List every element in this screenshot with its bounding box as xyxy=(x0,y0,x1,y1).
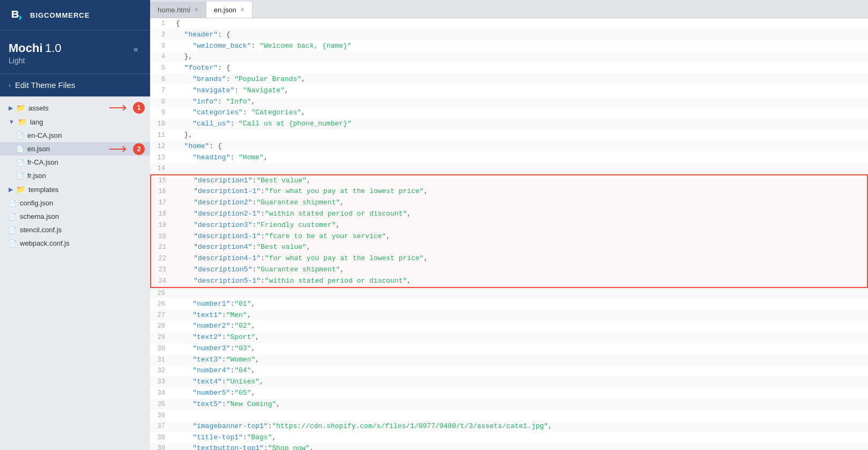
line-number-1: 1 xyxy=(150,18,172,29)
line-number-22: 22 xyxy=(151,253,173,264)
line-number-34: 34 xyxy=(150,388,172,399)
tree-item-schema-json[interactable]: 📄 schema.json xyxy=(0,210,150,223)
line-content-9: "categories": "Categories", xyxy=(172,107,868,119)
line-number-4: 4 xyxy=(150,51,172,62)
code-line-13: 13 "heading": "Home", xyxy=(150,152,868,164)
tab-en-json[interactable]: en.json × xyxy=(206,2,253,18)
line-number-23: 23 xyxy=(151,264,173,275)
line-content-35: "text5":"New Coming", xyxy=(172,399,868,410)
line-content-29: "text2":"Sport", xyxy=(172,332,868,343)
tree-item-lang[interactable]: ▼ 📁 lang xyxy=(0,115,150,129)
tree-item-config-json[interactable]: 📄 config.json xyxy=(0,196,150,210)
code-line-4: 4 }, xyxy=(150,51,868,63)
line-content-6: "brands": "Popular Brands", xyxy=(172,74,868,85)
line-number-18: 18 xyxy=(151,209,173,219)
annotation-badge-1: 1 xyxy=(133,102,145,114)
line-content-19: "description3":"Friendly customer", xyxy=(173,220,867,231)
expand-icon: ▶ xyxy=(9,105,13,112)
file-icon-schema: 📄 xyxy=(9,213,17,220)
line-content-39: "textbutton-top1":"Shop now", xyxy=(172,443,868,450)
code-line-39: 39 "textbutton-top1":"Shop now", xyxy=(150,443,868,450)
line-content-11: }, xyxy=(172,130,868,141)
theme-info-section: Mochi 1.0 Light « xyxy=(0,31,150,74)
line-number-38: 38 xyxy=(150,432,172,443)
file-icon-config: 📄 xyxy=(9,200,17,207)
tab-close-home-html[interactable]: × xyxy=(195,6,198,13)
bigcommerce-logo-icon xyxy=(8,5,27,25)
code-editor[interactable]: 1{2 "header": {3 "welcome_back": "Welcom… xyxy=(150,18,868,450)
code-line-17: 17 "description2":"Guarantee shipment", xyxy=(151,197,867,209)
tab-label-home-html: home.html xyxy=(158,6,190,14)
tab-bar: home.html × en.json × xyxy=(150,0,868,18)
line-number-25: 25 xyxy=(150,288,172,299)
tree-item-stencil-conf[interactable]: 📄 stencil.conf.js xyxy=(0,223,150,237)
line-content-26: "number1":"01", xyxy=(172,299,868,310)
code-line-19: 19 "description3":"Friendly customer", xyxy=(151,220,867,231)
line-number-3: 3 xyxy=(150,41,172,51)
line-content-30: "number3":"03", xyxy=(172,343,868,355)
code-line-34: 34 "number5":"05", xyxy=(150,388,868,399)
line-content-38: "title-top1":"Bags", xyxy=(172,432,868,444)
tree-item-en-ca-json[interactable]: 📄 en-CA.json xyxy=(0,129,150,142)
bigcommerce-logo: BIGCOMMERCE xyxy=(8,5,90,25)
code-line-5: 5 "footer": { xyxy=(150,63,868,74)
annotation-arrow-2 xyxy=(109,144,131,154)
line-number-37: 37 xyxy=(150,421,172,432)
tree-item-templates[interactable]: ▶ 📁 templates xyxy=(0,182,150,196)
line-number-6: 6 xyxy=(150,74,172,85)
line-content-12: "home": { xyxy=(172,141,868,152)
line-content-20: "description3-1":"fcare to be at your se… xyxy=(173,231,867,242)
edit-theme-files-nav[interactable]: ‹ Edit Theme Files xyxy=(0,74,150,97)
code-line-33: 33 "text4":"Unisex", xyxy=(150,377,868,388)
line-number-29: 29 xyxy=(150,332,172,343)
code-line-21: 21 "description4":"Best value", xyxy=(151,242,867,253)
line-content-13: "heading": "Home", xyxy=(172,152,868,164)
code-line-35: 35 "text5":"New Coming", xyxy=(150,399,868,410)
line-number-10: 10 xyxy=(150,119,172,129)
tree-item-label-webpack: webpack.conf.js xyxy=(20,239,142,247)
file-icon-fr: 📄 xyxy=(16,172,24,180)
line-number-32: 32 xyxy=(150,365,172,376)
line-content-17: "description2":"Guarantee shipment", xyxy=(173,197,867,209)
annotation-arrow-1 xyxy=(109,102,131,113)
tree-item-label-config: config.json xyxy=(20,199,142,207)
tree-item-label-en-ca: en-CA.json xyxy=(27,131,142,139)
tab-home-html[interactable]: home.html × xyxy=(150,2,206,18)
tree-item-fr-ca-json[interactable]: 📄 fr-CA.json xyxy=(0,156,150,169)
line-number-26: 26 xyxy=(150,299,172,309)
line-content-15: "description1":"Best value", xyxy=(173,175,867,187)
line-number-36: 36 xyxy=(150,410,172,421)
line-content-24: "description5-1":"within stated period o… xyxy=(173,276,867,287)
edit-theme-label: Edit Theme Files xyxy=(15,80,75,90)
code-line-30: 30 "number3":"03", xyxy=(150,343,868,355)
folder-icon-templates: 📁 xyxy=(16,185,25,194)
line-number-7: 7 xyxy=(150,85,172,96)
line-number-9: 9 xyxy=(150,107,172,118)
collapse-sidebar-button[interactable]: « xyxy=(130,43,142,55)
tab-label-en-json: en.json xyxy=(214,6,236,14)
code-line-16: 16 "description1-1":"for what you pay at… xyxy=(151,186,867,197)
line-content-1: { xyxy=(172,18,868,29)
tree-item-assets[interactable]: ▶ 📁 assets 1 xyxy=(0,101,150,115)
code-line-2: 2 "header": { xyxy=(150,29,868,41)
code-line-31: 31 "text3":"Women", xyxy=(150,355,868,366)
tree-item-webpack-conf[interactable]: 📄 webpack.conf.js xyxy=(0,237,150,250)
line-content-18: "description2-1":"within stated period o… xyxy=(173,209,867,220)
tree-item-fr-json[interactable]: 📄 fr.json xyxy=(0,169,150,182)
file-icon-stencil: 📄 xyxy=(9,226,17,234)
code-line-14: 14 xyxy=(150,163,868,174)
line-content-33: "text4":"Unisex", xyxy=(172,377,868,388)
line-content-8: "info": "Info", xyxy=(172,97,868,108)
line-number-39: 39 xyxy=(150,443,172,450)
tree-item-label-fr-ca: fr-CA.json xyxy=(27,158,142,166)
line-content-32: "number4":"04", xyxy=(172,365,868,377)
code-line-27: 27 "text1":"Men", xyxy=(150,310,868,321)
expand-icon-templates: ▶ xyxy=(9,186,13,193)
expand-icon-lang: ▼ xyxy=(9,119,14,125)
line-content-4: }, xyxy=(172,51,868,63)
tree-item-en-json[interactable]: 📄 en.json 2 xyxy=(0,142,150,156)
line-number-15: 15 xyxy=(151,175,173,186)
line-number-27: 27 xyxy=(150,310,172,321)
tab-close-en-json[interactable]: × xyxy=(241,6,244,13)
code-line-36: 36 xyxy=(150,410,868,421)
